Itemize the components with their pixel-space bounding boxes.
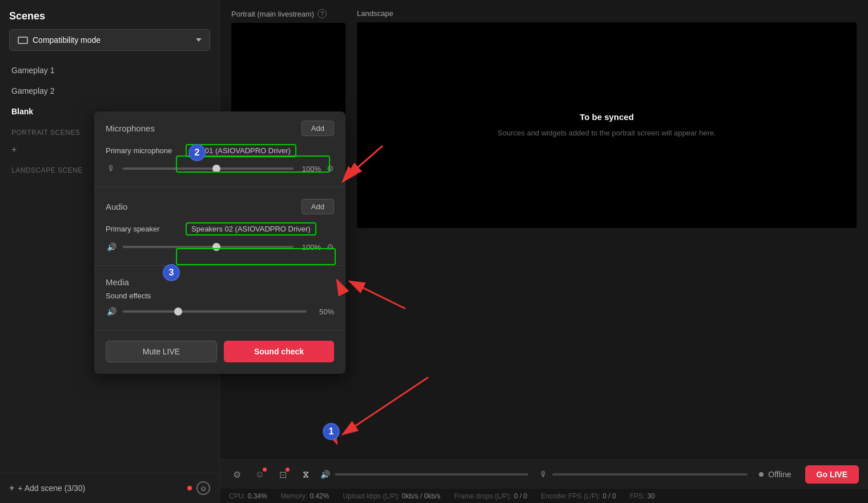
landscape-label: Landscape bbox=[357, 9, 857, 18]
frame-drops-stat: Frame drops (L/P): 0 / 0 bbox=[454, 492, 527, 500]
speaker-device-tag: Speakers 02 (ASIOVADPRO Driver) bbox=[186, 222, 316, 235]
mic-icon: 🎙 bbox=[540, 470, 548, 479]
microphones-title: Microphones bbox=[106, 123, 155, 133]
help-icon[interactable]: ? bbox=[318, 9, 327, 18]
annotation-2: 2 bbox=[188, 144, 206, 161]
smiley-button[interactable]: ☺ bbox=[196, 481, 210, 495]
mic-gear-icon[interactable]: ⚙ bbox=[327, 164, 334, 173]
sound-effects-volume-row: 🔊 50% bbox=[106, 306, 334, 323]
scene-dropdown[interactable]: Compatibility mode bbox=[9, 29, 210, 51]
cpu-stat: CPU: 0.34% bbox=[229, 492, 267, 500]
screen-notif-dot bbox=[286, 468, 290, 472]
speaker-volume-slider[interactable] bbox=[123, 246, 294, 248]
mic-section: 🎙 bbox=[540, 470, 748, 479]
mic-volume-row: 🎙 100% ⚙ bbox=[106, 163, 334, 180]
add-scene-label: + Add scene (3/30) bbox=[18, 484, 85, 493]
sync-desc: Sources and widgets added to the portrai… bbox=[497, 127, 716, 139]
plus-icon: + bbox=[11, 145, 17, 155]
bottom-bar: ⚙ ☺ ⊡ ⧖ 🔊 🎙 bbox=[220, 460, 868, 503]
scene-dropdown-label: Compatibility mode bbox=[33, 35, 101, 45]
emoji-notif-dot bbox=[263, 468, 267, 472]
mic-volume-pct: 100% bbox=[299, 165, 321, 173]
speaker-volume-row: 🔊 100% ⚙ bbox=[106, 241, 334, 258]
audio-section: Audio Add Primary speaker Speakers 02 (A… bbox=[94, 190, 345, 263]
plus-icon-scene: + bbox=[9, 483, 14, 493]
speaker-audio-icon: 🔊 bbox=[106, 242, 117, 251]
monitor-icon bbox=[18, 37, 28, 44]
mic-volume-slider[interactable] bbox=[123, 167, 294, 170]
microphones-section: Microphones Add Primary microphone Mix 0… bbox=[94, 111, 345, 185]
encoder-fps-stat: Encoder FPS (L/P): 0 / 0 bbox=[541, 492, 616, 500]
audio-panel: Microphones Add Primary microphone Mix 0… bbox=[94, 111, 345, 374]
portrait-label: Portrait (main livestream) ? bbox=[231, 9, 345, 18]
screen-share-icon-btn[interactable]: ⊡ bbox=[275, 466, 291, 482]
audio-mixer-icon-btn[interactable]: ⧖ bbox=[298, 466, 314, 482]
media-title: Media bbox=[106, 277, 129, 287]
sound-effects-icon: 🔊 bbox=[106, 307, 117, 316]
speaker-volume-pct: 100% bbox=[299, 243, 321, 251]
annotation-3: 3 bbox=[163, 264, 180, 281]
sidebar-item-gameplay1[interactable]: Gameplay 1 bbox=[0, 60, 219, 81]
go-live-button[interactable]: Go LIVE bbox=[805, 465, 859, 484]
sync-info: To be synced Sources and widgets added t… bbox=[486, 101, 727, 150]
sync-title: To be synced bbox=[497, 112, 716, 122]
volume-icon: 🔊 bbox=[320, 470, 330, 479]
audio-title: Audio bbox=[106, 202, 127, 211]
mic-slider[interactable] bbox=[552, 473, 748, 476]
settings-icon: ⚙ bbox=[233, 469, 241, 480]
sidebar-title: Scenes bbox=[0, 0, 219, 29]
settings-icon-btn[interactable]: ⚙ bbox=[229, 466, 245, 482]
status-section: Offline bbox=[759, 470, 791, 479]
media-section: Media Sound effects 🔊 50% bbox=[94, 268, 345, 328]
mic-audio-icon: 🎙 bbox=[106, 164, 117, 173]
sound-effects-slider[interactable] bbox=[123, 310, 307, 313]
audio-mixer-icon: ⧖ bbox=[303, 469, 309, 480]
fps-stat: FPS: 30 bbox=[630, 492, 655, 500]
sidebar-bottom: + + Add scene (3/30) ☺ bbox=[0, 473, 219, 503]
volume-slider[interactable] bbox=[335, 473, 528, 476]
landscape-column: Landscape To be synced Sources and widge… bbox=[357, 9, 857, 450]
sidebar-item-gameplay2[interactable]: Gameplay 2 bbox=[0, 81, 219, 101]
emoji-icon-btn[interactable]: ☺ bbox=[252, 466, 268, 482]
primary-mic-label: Primary microphone bbox=[106, 146, 186, 155]
sound-effects-pct: 50% bbox=[312, 308, 334, 316]
landscape-preview[interactable]: To be synced Sources and widgets added t… bbox=[357, 22, 857, 228]
sound-effects-row: Sound effects bbox=[106, 292, 334, 300]
annotation-1: 1 bbox=[323, 423, 340, 440]
divider-1 bbox=[94, 187, 345, 187]
primary-speaker-label: Primary speaker bbox=[106, 225, 186, 233]
notification-dot bbox=[187, 486, 192, 490]
mute-live-button[interactable]: Mute LIVE bbox=[106, 341, 217, 362]
microphones-add-button[interactable]: Add bbox=[302, 121, 334, 136]
sound-check-button[interactable]: Sound check bbox=[224, 341, 334, 362]
offline-dot bbox=[759, 472, 763, 477]
add-scene-button[interactable]: + + Add scene (3/30) bbox=[9, 483, 85, 493]
offline-label: Offline bbox=[768, 470, 791, 479]
volume-slider-section: 🔊 bbox=[320, 470, 528, 479]
bottom-stats: CPU: 0.34% Memory: 0.42% Upload kbps (L/… bbox=[220, 489, 868, 503]
divider-2 bbox=[94, 265, 345, 266]
upload-stat: Upload kbps (L/P): 0kb/s / 0kb/s bbox=[343, 492, 440, 500]
microphone-device-row: Primary microphone Mix 01 (ASIOVADPRO Dr… bbox=[106, 144, 334, 157]
speaker-device-row: Primary speaker Speakers 02 (ASIOVADPRO … bbox=[106, 222, 334, 235]
speaker-gear-icon[interactable]: ⚙ bbox=[327, 242, 334, 251]
panel-bottom-buttons: Mute LIVE Sound check bbox=[94, 333, 345, 365]
sound-effects-label: Sound effects bbox=[106, 292, 151, 300]
chevron-down-icon bbox=[196, 38, 202, 42]
audio-add-button[interactable]: Add bbox=[302, 199, 334, 214]
memory-stat: Memory: 0.42% bbox=[281, 492, 329, 500]
bottom-controls: ⚙ ☺ ⊡ ⧖ 🔊 🎙 bbox=[220, 460, 868, 489]
divider-3 bbox=[94, 330, 345, 330]
